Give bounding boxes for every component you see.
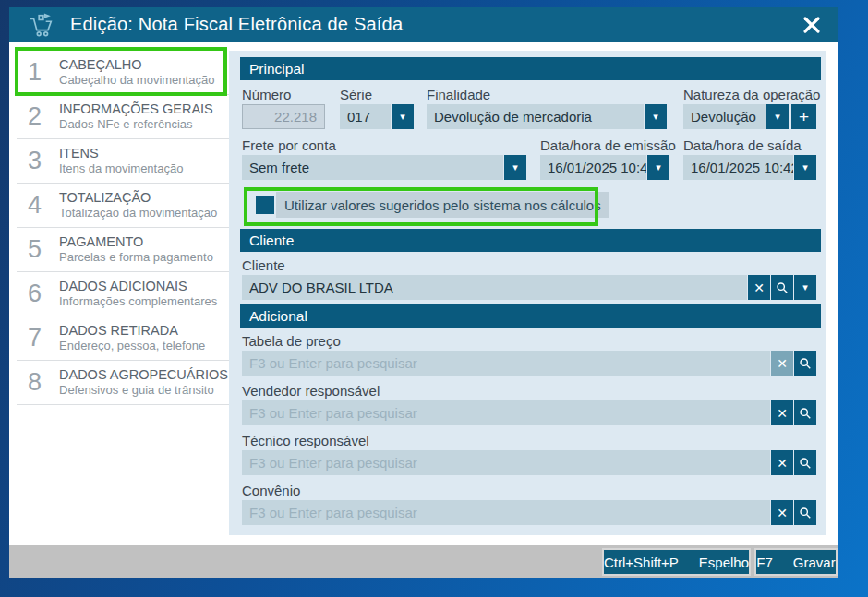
tabela-preco-search-field: ✕ — [242, 351, 816, 376]
sugeridos-checkbox-row: Utilizar valores sugeridos pelo sistema … — [256, 192, 609, 218]
plus-icon: + — [799, 107, 809, 127]
section-header-cliente: Cliente — [240, 229, 821, 252]
section-header-principal: Principal — [240, 57, 821, 80]
step-title: CABEÇALHO — [59, 56, 214, 73]
search-icon[interactable] — [771, 275, 793, 300]
data-saida-picker[interactable]: 16/01/2025 10:42 ▾ — [683, 155, 816, 180]
sidebar-item-informacoes-gerais[interactable]: 2 INFORMAÇÕES GERAIS Dados NFe e referên… — [17, 95, 229, 139]
chevron-down-icon[interactable]: ▾ — [504, 155, 526, 180]
data-saida-value: 16/01/2025 10:42 — [683, 155, 793, 180]
convenio-label: Convênio — [242, 483, 300, 498]
tecnico-input[interactable] — [242, 450, 770, 475]
shopping-cart-icon — [26, 11, 57, 39]
tabela-preco-label: Tabela de preço — [242, 333, 341, 349]
cliente-search-field: ✕ ▾ — [242, 275, 816, 300]
desktop-background: Edição: Nota Fiscal Eletrônica de Saída … — [0, 0, 868, 597]
data-emissao-label: Data/hora de emissão — [540, 137, 676, 153]
convenio-input[interactable] — [242, 500, 770, 525]
sidebar-item-pagamento[interactable]: 5 PAGAMENTO Parcelas e forma pagamento — [17, 228, 229, 272]
add-natureza-button[interactable]: + — [791, 104, 816, 129]
step-subtitle: Informações complementares — [59, 294, 217, 309]
chevron-down-icon[interactable]: ▾ — [392, 104, 414, 129]
step-number: 3 — [28, 149, 48, 173]
step-number: 1 — [28, 60, 48, 85]
tecnico-label: Técnico responsável — [242, 433, 369, 448]
sidebar-item-dados-adicionais[interactable]: 6 DADOS ADICIONAIS Informações complemen… — [17, 272, 229, 316]
chevron-down-icon[interactable]: ▾ — [794, 155, 816, 180]
search-icon[interactable] — [794, 500, 816, 525]
finalidade-label: Finalidade — [427, 87, 490, 102]
espelho-button[interactable]: Ctrl+Shift+P Espelho — [602, 548, 751, 576]
step-subtitle: Itens da movimentação — [59, 161, 183, 176]
vendedor-search-field: ✕ — [242, 400, 816, 425]
step-number: 8 — [28, 370, 48, 395]
convenio-search-field: ✕ — [242, 500, 816, 525]
step-title: ITENS — [59, 145, 183, 161]
step-title: INFORMAÇÕES GERAIS — [59, 101, 213, 117]
sidebar-item-dados-agropecuarios[interactable]: 8 DADOS AGROPECUÁRIOS Defensivos e guia … — [17, 361, 229, 405]
sugeridos-checkbox-label[interactable]: Utilizar valores sugeridos pelo sistema … — [276, 192, 609, 218]
gravar-shortcut: F7 — [746, 555, 783, 570]
chevron-down-icon[interactable]: ▾ — [647, 155, 669, 180]
serie-combobox[interactable]: 017 ▾ — [340, 104, 414, 129]
step-title: PAGAMENTO — [59, 233, 213, 250]
chevron-down-icon[interactable]: ▾ — [645, 104, 667, 129]
chevron-down-icon[interactable]: ▾ — [766, 104, 789, 129]
chevron-down-icon[interactable]: ▾ — [794, 275, 816, 300]
step-subtitle: Defensivos e guia de trânsito — [59, 383, 228, 398]
vendedor-input[interactable] — [242, 400, 770, 425]
window-title: Edição: Nota Fiscal Eletrônica de Saída — [70, 14, 403, 35]
numero-label: Número — [242, 87, 291, 102]
numero-field: 22.218 — [242, 104, 325, 129]
sugeridos-checkbox[interactable] — [256, 196, 274, 214]
gravar-label: Gravar — [783, 555, 846, 570]
data-emissao-value: 16/01/2025 10:42 — [540, 155, 646, 180]
serie-label: Série — [340, 87, 372, 102]
wizard-sidebar: 1 CABEÇALHO Cabeçalho da movimentação 2 … — [17, 51, 229, 405]
espelho-shortcut: Ctrl+Shift+P — [594, 555, 689, 570]
form-panel: Principal Número Série Finalidade Nature… — [229, 51, 826, 535]
clear-icon[interactable]: ✕ — [771, 450, 793, 475]
sidebar-item-dados-retirada[interactable]: 7 DADOS RETIRADA Endereço, pessoa, telef… — [17, 316, 229, 361]
step-subtitle: Parcelas e forma pagamento — [59, 250, 213, 265]
step-subtitle: Dados NFe e referências — [59, 117, 213, 132]
sidebar-item-itens[interactable]: 3 ITENS Itens da movimentação — [17, 139, 229, 184]
step-title: DADOS AGROPECUÁRIOS — [59, 366, 228, 383]
data-saida-label: Data/hora de saída — [683, 137, 802, 153]
search-icon[interactable] — [794, 400, 816, 425]
step-number: 4 — [28, 193, 48, 218]
search-icon[interactable] — [794, 351, 816, 376]
clear-icon[interactable]: ✕ — [771, 400, 793, 425]
cliente-input[interactable] — [242, 275, 747, 300]
titlebar: Edição: Nota Fiscal Eletrônica de Saída — [9, 7, 838, 42]
step-title: DADOS RETIRADA — [59, 322, 205, 339]
clear-icon[interactable]: ✕ — [771, 500, 793, 525]
frete-label: Frete por conta — [242, 137, 336, 153]
close-icon[interactable] — [799, 12, 825, 38]
step-number: 6 — [28, 281, 48, 306]
dialog-window: Edição: Nota Fiscal Eletrônica de Saída … — [9, 7, 838, 578]
numero-value: 22.218 — [242, 104, 325, 129]
gravar-button[interactable]: F7 Gravar — [754, 548, 838, 576]
frete-combobox[interactable]: Sem frete ▾ — [242, 155, 526, 180]
search-icon[interactable] — [794, 450, 816, 475]
tabela-preco-input[interactable] — [242, 351, 770, 376]
clear-icon: ✕ — [771, 351, 793, 376]
cliente-label: Cliente — [242, 257, 285, 273]
frete-value: Sem frete — [242, 155, 503, 180]
step-subtitle: Totalização da movimentação — [59, 206, 217, 221]
footer-bar: Ctrl+Shift+P Espelho F7 Gravar — [9, 545, 838, 578]
data-emissao-picker[interactable]: 16/01/2025 10:42 ▾ — [540, 155, 669, 180]
sidebar-item-cabecalho[interactable]: 1 CABEÇALHO Cabeçalho da movimentação — [17, 51, 229, 95]
natureza-combobox[interactable]: Devolução ▾ — [683, 104, 789, 129]
step-title: TOTALIZAÇÃO — [59, 189, 217, 206]
clear-icon[interactable]: ✕ — [748, 275, 770, 300]
step-number: 2 — [28, 104, 48, 129]
sidebar-item-totalizacao[interactable]: 4 TOTALIZAÇÃO Totalização da movimentaçã… — [17, 184, 229, 228]
step-subtitle: Endereço, pessoa, telefone — [59, 339, 205, 353]
finalidade-combobox[interactable]: Devolução de mercadoria ▾ — [427, 104, 667, 129]
tecnico-search-field: ✕ — [242, 450, 816, 475]
step-subtitle: Cabeçalho da movimentação — [59, 73, 214, 88]
serie-value: 017 — [340, 104, 391, 129]
step-number: 5 — [28, 237, 48, 262]
